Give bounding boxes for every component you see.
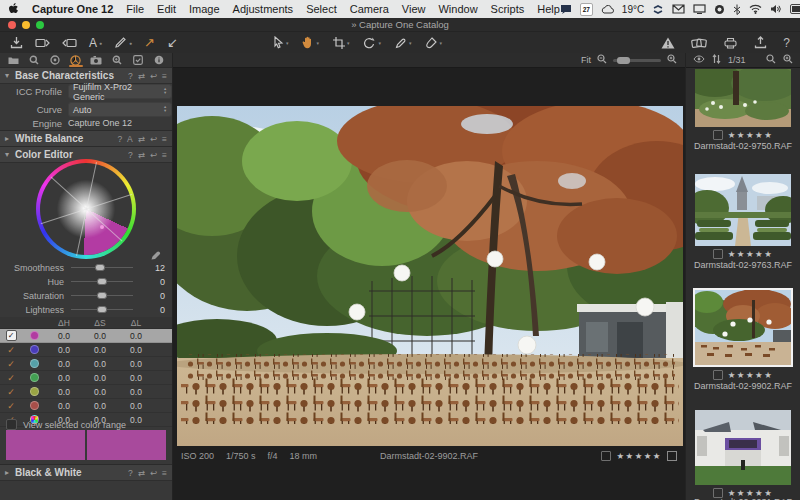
preview-eye-icon[interactable]	[693, 55, 705, 65]
display-icon[interactable]	[693, 4, 706, 14]
color-dot[interactable]	[30, 387, 39, 396]
menu-icon[interactable]: ≡	[162, 134, 167, 144]
menu-item-camera[interactable]: Camera	[350, 3, 389, 15]
table-row[interactable]: ✓ 0.00.00.0	[0, 329, 172, 343]
volume-icon[interactable]	[770, 4, 782, 14]
hue-slider[interactable]	[71, 281, 133, 282]
camera-icon[interactable]	[714, 4, 725, 15]
reset-icon[interactable]: ↩	[150, 134, 157, 144]
thumbnail-filename[interactable]: Darmstadt-02-9750.RAF	[686, 141, 800, 151]
import-icon[interactable]	[10, 35, 23, 51]
menu-app-name[interactable]: Capture One 12	[32, 3, 113, 15]
menu-item-image[interactable]: Image	[189, 3, 220, 15]
help-icon[interactable]: ?	[117, 134, 122, 144]
thumb-rating-stars[interactable]: ★★★★★	[728, 130, 774, 140]
chat-icon[interactable]	[560, 4, 572, 15]
zoom-out-icon[interactable]	[597, 54, 607, 66]
color-dot[interactable]	[30, 345, 39, 354]
sort-icon[interactable]	[712, 54, 721, 66]
panel-header-white-balance[interactable]: ▸ White Balance ?A⇄↩≡	[0, 130, 172, 147]
curve-select[interactable]: Auto▲▼	[68, 102, 172, 117]
chevron-down-icon[interactable]: ▾	[5, 150, 15, 159]
chevron-down-icon[interactable]: ▾	[5, 71, 15, 80]
menu-icon[interactable]: ≡	[162, 468, 167, 478]
main-photo[interactable]	[177, 106, 683, 446]
warning-icon[interactable]	[661, 35, 675, 51]
temperature-status[interactable]: 19°C	[622, 4, 644, 15]
copy-icon[interactable]: ⇄	[138, 71, 145, 81]
cloud-icon[interactable]	[601, 5, 614, 14]
draw-icon[interactable]: ●	[114, 35, 132, 51]
export-arrow-icon[interactable]: ↗	[144, 35, 155, 51]
zoom-thumbs-icon[interactable]	[783, 54, 793, 66]
thumbnail-filename[interactable]: Darmstadt-02-9902.RAF	[686, 381, 800, 391]
row-checkbox[interactable]: ✓	[0, 401, 22, 411]
rotate-left-icon[interactable]	[35, 35, 50, 51]
reset-icon[interactable]: ↩	[150, 468, 157, 478]
bluetooth-icon[interactable]	[733, 4, 741, 15]
tab-lens-icon[interactable]	[48, 53, 62, 67]
share-icon[interactable]	[754, 35, 767, 51]
pan-hand-icon[interactable]: ▾	[302, 35, 319, 51]
row-checkbox[interactable]: ✓	[0, 373, 22, 383]
wifi-icon[interactable]	[749, 4, 762, 14]
color-dot[interactable]	[30, 359, 39, 368]
copy-icon[interactable]: ⇄	[138, 150, 145, 160]
tab-metadata-icon[interactable]	[152, 53, 166, 67]
help-icon[interactable]: ?	[128, 150, 133, 160]
reset-icon[interactable]: ↩	[150, 71, 157, 81]
color-dot[interactable]	[30, 331, 39, 340]
copy-icon[interactable]: ⇄	[138, 134, 145, 144]
fit-label[interactable]: Fit	[581, 55, 591, 65]
thumbnail-9931[interactable]	[695, 410, 791, 485]
zoom-slider[interactable]	[613, 59, 661, 62]
grid-icon[interactable]	[667, 451, 677, 461]
tab-library-icon[interactable]	[6, 53, 20, 67]
menu-item-scripts[interactable]: Scripts	[491, 3, 525, 15]
thumbnail-filename[interactable]: Darmstadt-02-9763.RAF	[686, 260, 800, 270]
eyedropper-icon[interactable]: ▾	[395, 35, 412, 51]
menu-item-edit[interactable]: Edit	[157, 3, 176, 15]
table-row[interactable]: ✓ 0.00.00.0	[0, 371, 172, 385]
thumb-checkbox[interactable]	[713, 370, 723, 380]
photos-stack-icon[interactable]	[691, 35, 707, 51]
view-range-checkbox[interactable]	[6, 419, 17, 430]
apple-icon[interactable]	[8, 3, 19, 15]
auto-icon[interactable]: A	[127, 134, 133, 144]
help-icon[interactable]: ?	[783, 35, 790, 51]
tab-adjustments-icon[interactable]	[131, 53, 145, 67]
row-checkbox[interactable]: ✓	[0, 345, 22, 355]
table-row[interactable]: ✓ 0.00.00.0	[0, 385, 172, 399]
rating-stars[interactable]: ★★★★★	[616, 451, 662, 461]
color-dot[interactable]	[30, 373, 39, 382]
row-checkbox[interactable]: ✓	[0, 359, 22, 369]
rotate-right-icon[interactable]	[62, 35, 77, 51]
menu-item-view[interactable]: View	[402, 3, 426, 15]
annotation-icon[interactable]: A●	[89, 35, 102, 51]
menu-icon[interactable]: ≡	[162, 71, 167, 81]
icc-profile-select[interactable]: Fujifilm X-Pro2 Generic▲▼	[68, 84, 172, 99]
color-dot[interactable]	[30, 401, 39, 410]
mail-icon[interactable]	[672, 4, 685, 14]
copy-icon[interactable]: ⇄	[138, 468, 145, 478]
saturation-slider[interactable]	[71, 295, 133, 296]
table-row[interactable]: ✓ 0.00.00.0	[0, 343, 172, 357]
thumbnail-9763[interactable]	[695, 174, 791, 246]
menu-item-window[interactable]: Window	[438, 3, 477, 15]
thumb-rating-stars[interactable]: ★★★★★	[728, 249, 774, 259]
row-checkbox[interactable]: ✓	[6, 330, 17, 341]
panel-header-black-white[interactable]: ▸ Black & White ?⇄↩≡	[0, 464, 172, 481]
thumbnail-9750[interactable]	[695, 69, 791, 127]
menu-icon[interactable]: ≡	[162, 150, 167, 160]
help-icon[interactable]: ?	[128, 468, 133, 478]
help-icon[interactable]: ?	[128, 71, 133, 81]
tab-details-icon[interactable]	[110, 53, 124, 67]
tab-color-icon[interactable]	[69, 53, 83, 67]
menu-item-adjustments[interactable]: Adjustments	[233, 3, 294, 15]
zoom-in-icon[interactable]	[667, 54, 677, 66]
sync-icon[interactable]	[652, 4, 664, 15]
chevron-right-icon[interactable]: ▸	[5, 134, 15, 143]
thumb-checkbox[interactable]	[713, 249, 723, 259]
select-cursor-icon[interactable]: ▾	[273, 35, 289, 51]
menu-item-help[interactable]: Help	[537, 3, 560, 15]
